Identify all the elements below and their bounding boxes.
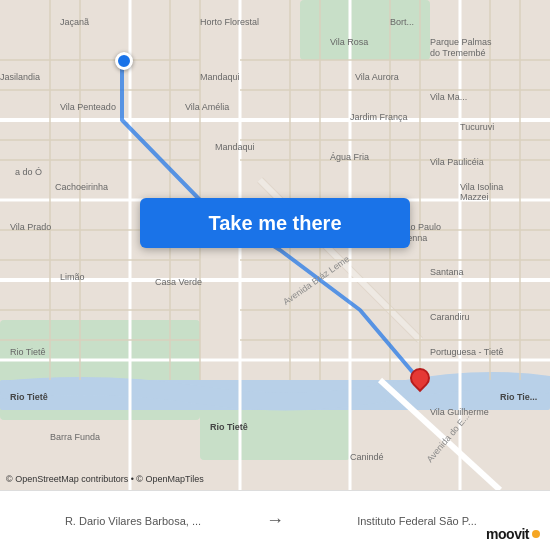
- destination-marker: [410, 368, 430, 388]
- svg-text:Jasilandia: Jasilandia: [0, 72, 40, 82]
- svg-text:Vila Penteado: Vila Penteado: [60, 102, 116, 112]
- moovit-dot-icon: [532, 530, 540, 538]
- svg-text:Vila Rosa: Vila Rosa: [330, 37, 368, 47]
- map-copyright: © OpenStreetMap contributors • © OpenMap…: [6, 474, 204, 484]
- svg-text:Vila Amélia: Vila Amélia: [185, 102, 229, 112]
- svg-text:Horto Florestal: Horto Florestal: [200, 17, 259, 27]
- svg-text:Bort...: Bort...: [390, 17, 414, 27]
- svg-text:Água Fria: Água Fria: [330, 152, 369, 162]
- svg-text:Mandaqui: Mandaqui: [215, 142, 255, 152]
- svg-text:Jaçanã: Jaçanã: [60, 17, 89, 27]
- route-arrow: →: [266, 510, 284, 531]
- svg-text:Limão: Limão: [60, 272, 85, 282]
- svg-text:Mandaqui: Mandaqui: [200, 72, 240, 82]
- svg-text:Vila Aurora: Vila Aurora: [355, 72, 399, 82]
- moovit-logo: moovit: [486, 526, 540, 542]
- svg-text:Vila Prado: Vila Prado: [10, 222, 51, 232]
- svg-text:Rio Tie...: Rio Tie...: [500, 392, 537, 402]
- origin-label-container: R. Dario Vilares Barbosa, ...: [0, 515, 266, 527]
- svg-text:a do Ó: a do Ó: [15, 167, 42, 177]
- svg-text:Rio Tietê: Rio Tietê: [10, 392, 48, 402]
- svg-text:Santana: Santana: [430, 267, 464, 277]
- svg-text:Vila Paulicéia: Vila Paulicéia: [430, 157, 484, 167]
- svg-text:Canindé: Canindé: [350, 452, 384, 462]
- svg-text:Jardim França: Jardim França: [350, 112, 408, 122]
- destination-label-container: Instituto Federal São P...: [284, 515, 550, 527]
- svg-text:Parque Palmas: Parque Palmas: [430, 37, 492, 47]
- take-me-there-button[interactable]: Take me there: [140, 198, 410, 248]
- svg-text:Casa Verde: Casa Verde: [155, 277, 202, 287]
- svg-text:do Tremembé: do Tremembé: [430, 48, 486, 58]
- svg-text:Vila Ma...: Vila Ma...: [430, 92, 467, 102]
- svg-text:Portuguesa - Tietê: Portuguesa - Tietê: [430, 347, 504, 357]
- svg-text:Mazzei: Mazzei: [460, 192, 489, 202]
- svg-text:Vila Isolina: Vila Isolina: [460, 182, 503, 192]
- svg-text:Carandiru: Carandiru: [430, 312, 470, 322]
- app-name: moovit: [486, 526, 529, 542]
- map-container: Jaçanã Horto Florestal Bort... Vila Rosa…: [0, 0, 550, 490]
- svg-text:Rio Tietê: Rio Tietê: [10, 347, 46, 357]
- svg-text:Cachoeirinha: Cachoeirinha: [55, 182, 108, 192]
- bottom-bar: R. Dario Vilares Barbosa, ... → Institut…: [0, 490, 550, 550]
- origin-label: R. Dario Vilares Barbosa, ...: [65, 515, 201, 527]
- svg-text:Tucuruvi: Tucuruvi: [460, 122, 494, 132]
- destination-label: Instituto Federal São P...: [357, 515, 477, 527]
- origin-marker: [115, 52, 133, 70]
- svg-text:Rio Tietê: Rio Tietê: [210, 422, 248, 432]
- svg-text:Barra Funda: Barra Funda: [50, 432, 100, 442]
